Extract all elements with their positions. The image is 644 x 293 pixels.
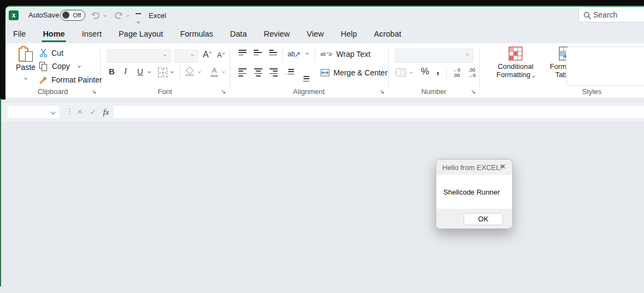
increase-font-size-button[interactable]: A — [203, 50, 211, 60]
name-box[interactable] — [7, 105, 60, 119]
autosave-state: Off — [73, 12, 81, 19]
formula-bar: ⋮ × ✓ fx — [0, 103, 644, 121]
tab-data[interactable]: Data — [229, 26, 248, 42]
tab-home[interactable]: Home — [42, 26, 66, 42]
conditional-formatting-chevron-icon — [532, 74, 535, 78]
wrap-text-button[interactable]: ab Wrap Text — [320, 49, 371, 60]
format-painter-button[interactable]: Format Painter — [38, 74, 102, 85]
paste-icon — [19, 46, 33, 63]
dialog-title-bar[interactable]: Hello from EXCEL! × — [436, 160, 512, 175]
merge-center-icon — [320, 68, 330, 77]
toggle-knob-icon — [62, 11, 69, 19]
middle-align-button[interactable] — [254, 50, 262, 55]
align-right-button[interactable] — [269, 68, 278, 77]
font-name-combo[interactable] — [107, 49, 171, 63]
redo-icon — [114, 10, 124, 20]
font-color-button[interactable]: A — [209, 67, 219, 77]
formula-bar-drag-dots-icon[interactable]: ⋮ — [66, 107, 73, 115]
autosave-toggle[interactable]: Off — [60, 10, 85, 21]
dialog-close-icon[interactable]: × — [498, 162, 508, 172]
align-left-button[interactable] — [238, 68, 247, 77]
formula-input[interactable] — [113, 105, 644, 119]
insert-function-button[interactable]: fx — [101, 105, 112, 119]
quick-access-toolbar-button[interactable] — [135, 13, 142, 25]
accounting-format-button[interactable] — [396, 68, 406, 77]
number-format-combo[interactable] — [395, 49, 473, 63]
undo-dropdown-chevron-icon[interactable] — [103, 14, 107, 17]
tab-help[interactable]: Help — [339, 26, 358, 42]
underline-chevron-icon[interactable] — [148, 70, 151, 73]
top-align-button[interactable] — [238, 50, 247, 55]
clipboard-dialog-launcher[interactable]: ↘ — [91, 89, 96, 95]
bold-button[interactable]: B — [109, 67, 115, 76]
undo-button[interactable] — [91, 10, 102, 21]
center-button[interactable] — [254, 68, 262, 77]
orientation-chevron-icon[interactable] — [306, 51, 309, 55]
tab-view[interactable]: View — [306, 26, 325, 42]
enter-button[interactable]: ✓ — [87, 105, 98, 119]
italic-button[interactable]: I — [124, 67, 127, 76]
decrease-indent-button[interactable]: ← — [284, 69, 294, 76]
borders-chevron-icon[interactable] — [171, 70, 174, 73]
fill-color-chevron-icon[interactable] — [198, 70, 201, 73]
shrink-caret-icon — [222, 51, 225, 55]
copy-button[interactable]: Copy — [39, 61, 80, 72]
ribbon-tab-bar: File Home Insert Page Layout Formulas Da… — [5, 25, 644, 43]
accounting-chevron-icon[interactable] — [409, 71, 413, 74]
bottom-align-button[interactable] — [269, 50, 278, 55]
tab-formulas[interactable]: Formulas — [179, 26, 214, 42]
percent-style-button[interactable]: % — [421, 66, 429, 77]
merge-center-button[interactable]: Merge & Center — [320, 67, 398, 78]
merge-center-label: Merge & Center — [333, 68, 388, 77]
sheet-area[interactable] — [0, 121, 644, 293]
search-input[interactable] — [593, 10, 637, 19]
font-dialog-launcher[interactable]: ↘ — [221, 89, 226, 95]
comma-style-button[interactable]: , — [436, 64, 440, 77]
search-icon — [583, 11, 591, 19]
underline-button[interactable]: U — [137, 67, 143, 76]
number-group: % , ←0 .00 .00 →0 Number ↘ — [388, 43, 479, 98]
cancel-button[interactable]: × — [74, 105, 85, 119]
fill-color-button[interactable] — [185, 67, 195, 76]
font-size-chevron-icon — [191, 53, 194, 56]
decrease-indent-bars-icon — [288, 69, 294, 74]
cut-icon — [39, 49, 48, 57]
dialog-footer: OK — [436, 209, 512, 229]
excel-app-icon[interactable]: x — [9, 10, 19, 20]
dialog-body: Shellcode Runner — [436, 175, 512, 209]
paste-button[interactable]: Paste — [13, 46, 38, 81]
alignment-dialog-launcher[interactable]: ↘ — [379, 89, 384, 95]
borders-button[interactable] — [158, 68, 167, 77]
dialog-title: Hello from EXCEL! — [442, 163, 502, 172]
search-box[interactable] — [578, 7, 644, 22]
cut-button[interactable]: Cut — [39, 48, 63, 58]
qat-chevron-icon — [137, 20, 140, 24]
font-color-chevron-icon[interactable] — [222, 70, 225, 73]
excel-window: x AutoSave Off Excel — [5, 5, 644, 293]
conditional-formatting-label-line2: Formatting — [487, 71, 544, 79]
paste-chevron-icon[interactable] — [24, 77, 27, 80]
orientation-button[interactable]: ab — [288, 49, 300, 58]
redo-dropdown-chevron-icon[interactable] — [126, 14, 130, 17]
clipboard-group: Paste Cut Copy — [5, 43, 100, 98]
redo-button[interactable] — [114, 10, 125, 21]
copy-icon — [39, 62, 48, 71]
tab-page-layout[interactable]: Page Layout — [118, 26, 164, 42]
conditional-formatting-button[interactable]: Conditional Formatting — [487, 46, 544, 79]
decrease-font-size-button[interactable]: A — [217, 51, 224, 59]
dialog-message: Shellcode Runner — [443, 188, 500, 196]
tab-insert[interactable]: Insert — [81, 26, 103, 42]
copy-chevron-icon[interactable] — [78, 65, 81, 68]
tab-file[interactable]: File — [12, 26, 27, 42]
tab-review[interactable]: Review — [262, 26, 291, 42]
tab-acrobat[interactable]: Acrobat — [373, 26, 402, 42]
cell-styles-gallery[interactable] — [566, 46, 644, 86]
increase-indent-button[interactable]: → — [300, 76, 309, 83]
font-color-bar-icon — [210, 75, 218, 77]
number-dialog-launcher[interactable]: ↘ — [471, 89, 476, 95]
font-size-combo[interactable] — [174, 49, 198, 63]
increase-decimal-button[interactable]: ←0 .00 — [449, 67, 464, 79]
name-box-chevron-icon[interactable] — [51, 110, 55, 114]
ok-button[interactable]: OK — [464, 213, 503, 225]
decrease-decimal-button[interactable]: .00 →0 — [465, 67, 479, 79]
